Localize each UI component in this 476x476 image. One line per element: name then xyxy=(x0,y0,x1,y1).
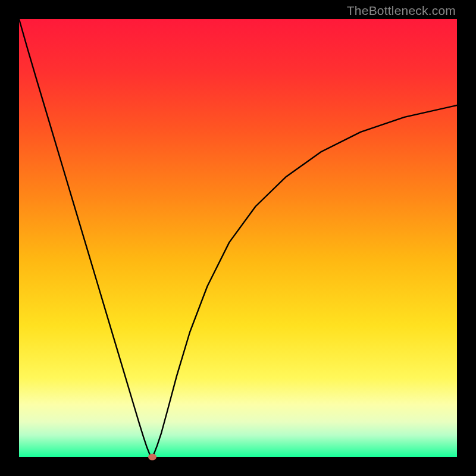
bottleneck-curve xyxy=(19,19,457,457)
plot-area xyxy=(19,19,457,457)
optimum-marker xyxy=(148,454,156,461)
watermark-text: TheBottleneck.com xyxy=(347,4,456,18)
chart-frame: TheBottleneck.com xyxy=(0,0,476,476)
